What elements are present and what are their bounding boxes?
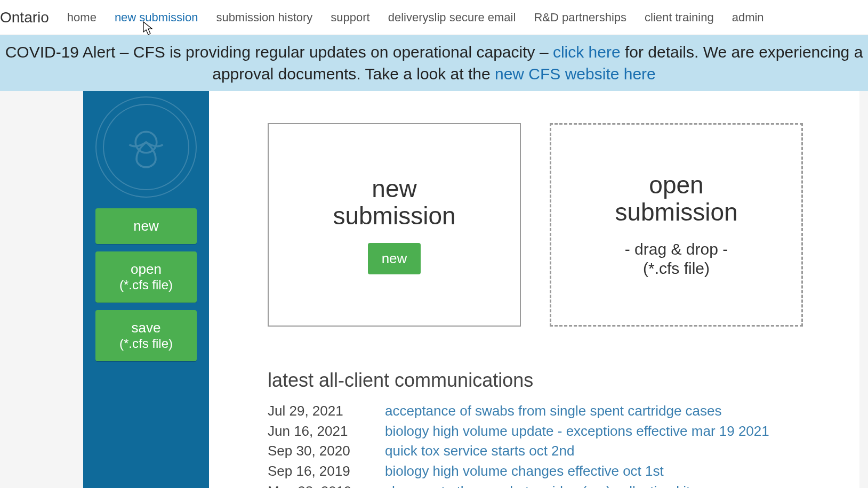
main-area: new submission new open submission - dra… [209, 91, 859, 488]
new-panel-title-1: new [372, 175, 416, 202]
nav-deliveryslip[interactable]: deliveryslip secure email [388, 11, 516, 25]
nav-support[interactable]: support [331, 11, 369, 25]
nav-admin[interactable]: admin [732, 11, 764, 25]
new-submission-panel: new submission new [268, 123, 521, 327]
new-panel-title-2: submission [333, 202, 455, 230]
nav-client-training[interactable]: client training [645, 11, 714, 25]
sidebar-save-button[interactable]: save (*.cfs file) [95, 310, 197, 361]
communications-link[interactable]: biology high volume update - exceptions … [385, 421, 769, 442]
communications-link[interactable]: biology high volume changes effective oc… [385, 461, 664, 482]
sidebar-save-label: save [132, 320, 161, 336]
communications-link[interactable]: acceptance of swabs from single spent ca… [385, 401, 722, 421]
sidebar-open-button[interactable]: open (*.cfs file) [95, 251, 197, 303]
communications-row: Jun 16, 2021 biology high volume update … [268, 421, 827, 442]
sidebar-open-sub: (*.cfs file) [99, 278, 194, 293]
sidebar-open-label: open [131, 261, 162, 277]
sidebar-new-button[interactable]: new [95, 208, 197, 244]
communications-date: Sep 16, 2019 [268, 461, 385, 482]
communications-date: Sep 30, 2020 [268, 441, 385, 461]
communications-link[interactable]: quick tox service starts oct 2nd [385, 441, 574, 461]
nav-home[interactable]: home [67, 11, 97, 25]
open-panel-title-2: submission [615, 198, 737, 226]
nav-rd-partnerships[interactable]: R&D partnerships [534, 11, 626, 25]
sidebar-save-sub: (*.cfs file) [99, 336, 194, 352]
communications-section: latest all-client communications Jul 29,… [268, 369, 827, 488]
communications-row: Sep 16, 2019 biology high volume changes… [268, 461, 827, 482]
nav-submission-history[interactable]: submission history [216, 11, 312, 25]
alert-banner: COVID-19 Alert – CFS is providing regula… [0, 35, 868, 91]
sidebar-new-label: new [133, 218, 159, 234]
panels-row: new submission new open submission - dra… [268, 123, 827, 327]
communications-date: Jul 29, 2021 [268, 401, 385, 421]
open-panel-sub-2: (*.cfs file) [643, 259, 710, 277]
alert-text-3: approval documents. Take a look at the [212, 65, 495, 83]
nav-new-submission[interactable]: new submission [115, 11, 198, 25]
sidebar: new open (*.cfs file) save (*.cfs file) [83, 91, 209, 488]
open-panel-title-1: open [649, 171, 703, 199]
new-submission-button[interactable]: new [368, 243, 421, 274]
communications-date: May 28, 2019 [268, 482, 385, 488]
top-nav: Ontario home new submission submission h… [0, 0, 868, 35]
alert-link-click-here[interactable]: click here [553, 43, 621, 61]
communications-date: Jun 16, 2021 [268, 421, 385, 442]
communications-row: May 28, 2019 changes to the gunshot resi… [268, 482, 827, 488]
communications-row: Jul 29, 2021 acceptance of swabs from si… [268, 401, 827, 421]
brand-label: Ontario [0, 9, 49, 26]
open-panel-sub-1: - drag & drop - [625, 240, 728, 258]
communications-heading: latest all-client communications [268, 369, 827, 392]
content-row: new open (*.cfs file) save (*.cfs file) … [0, 91, 868, 488]
alert-text-2: for details. We are experiencing a [621, 43, 863, 61]
communications-link[interactable]: changes to the gunshot residue (gsr) col… [385, 482, 697, 488]
ontario-seal-icon [95, 96, 197, 198]
alert-text-1: COVID-19 Alert – CFS is providing regula… [5, 43, 553, 61]
communications-row: Sep 30, 2020 quick tox service starts oc… [268, 441, 827, 461]
alert-link-new-website[interactable]: new CFS website here [495, 65, 656, 83]
open-submission-panel[interactable]: open submission - drag & drop - (*.cfs f… [550, 123, 803, 327]
